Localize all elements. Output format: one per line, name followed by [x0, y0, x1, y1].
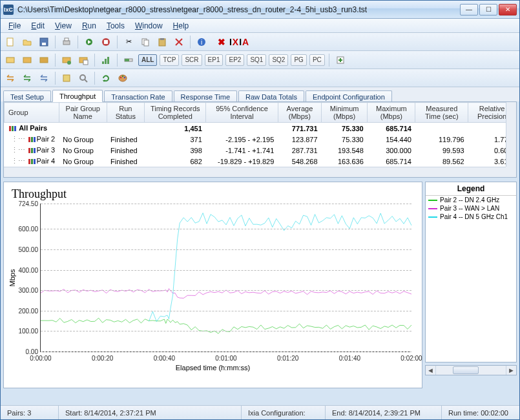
view-swap1-icon[interactable] — [3, 71, 17, 85]
svg-rect-2 — [42, 43, 46, 45]
filter-all-button[interactable]: ALL — [138, 54, 157, 66]
col-maximum[interactable]: Maximum (Mbps) — [368, 103, 415, 123]
new-icon[interactable] — [3, 35, 17, 49]
filter-pg-button[interactable]: PG — [291, 54, 306, 66]
menu-bar: File Edit View Run Tools Window Help — [1, 19, 519, 33]
delete-icon[interactable] — [172, 35, 186, 49]
legend-item[interactable]: Pair 4 -- DN 5 GHz Ch1 — [426, 213, 516, 221]
filter-ep2-button[interactable]: EP2 — [225, 54, 244, 66]
maximize-button[interactable]: ☐ — [479, 4, 497, 16]
run-icon[interactable] — [82, 35, 96, 49]
svg-rect-3 — [63, 41, 70, 45]
endpoint-edit-icon[interactable] — [59, 53, 74, 67]
view-swap2-icon[interactable] — [20, 71, 34, 85]
table-scrollbar-horizontal[interactable] — [4, 167, 506, 177]
col-confidence[interactable]: 95% Confidence Interval — [206, 103, 278, 123]
endpoint2-icon[interactable] — [20, 53, 34, 67]
stop-icon[interactable] — [99, 35, 113, 49]
x-tick-label: 0:01:20 — [277, 355, 298, 362]
menu-window[interactable]: Window — [130, 20, 168, 32]
svg-rect-10 — [144, 40, 149, 46]
results-table-wrap: Group Pair Group Name Run Status Timing … — [3, 101, 517, 178]
scroll-right-icon[interactable]: ► — [506, 366, 516, 375]
col-average[interactable]: Average (Mbps) — [278, 103, 321, 123]
menu-help[interactable]: Help — [168, 20, 194, 32]
sort-icon[interactable] — [59, 71, 74, 85]
status-pairs: Pairs: 3 — [1, 406, 59, 419]
open-icon[interactable] — [20, 35, 34, 49]
results-table: Group Pair Group Name Run Status Timing … — [4, 102, 516, 167]
endpoint3-icon[interactable] — [37, 53, 51, 67]
col-timing-records[interactable]: Timing Records Completed — [145, 103, 206, 123]
filter-scr-button[interactable]: SCR — [182, 54, 202, 66]
chart-title: Throughput — [12, 187, 417, 201]
status-start: Start: 8/14/2014, 2:37:21 PM — [59, 406, 242, 419]
x-tick-label: 0:00:40 — [154, 355, 175, 362]
tab-strip: Test Setup Throughput Transaction Rate R… — [1, 87, 519, 101]
endpoint1-icon[interactable] — [3, 53, 17, 67]
filter-pc-button[interactable]: PC — [309, 54, 325, 66]
cut-icon[interactable]: ✂ — [121, 35, 136, 49]
paste-icon[interactable] — [155, 35, 169, 49]
tab-endpoint-config[interactable]: Endpoint Configuration — [306, 90, 392, 102]
menu-view[interactable]: View — [50, 20, 77, 32]
menu-file[interactable]: File — [3, 20, 26, 32]
col-group[interactable]: Group — [5, 103, 59, 123]
pair-icon — [28, 158, 36, 165]
palette-icon[interactable] — [116, 71, 130, 85]
svg-text:i: i — [201, 39, 202, 46]
app-icon: IxC — [3, 5, 14, 15]
legend-scrollbar[interactable]: ◄ ► — [425, 365, 517, 375]
tab-throughput[interactable]: Throughput — [52, 90, 103, 102]
save-icon[interactable] — [37, 35, 51, 49]
y-tick-label: 200.00 — [10, 307, 38, 314]
legend-item[interactable]: Pair 2 -- DN 2.4 GHz — [426, 196, 516, 204]
chart-icon[interactable] — [99, 53, 113, 67]
endpoint-copy-icon[interactable] — [76, 53, 90, 67]
menu-tools[interactable]: Tools — [101, 20, 130, 32]
summary-label: All Pairs — [19, 124, 47, 132]
print-icon[interactable] — [59, 35, 74, 49]
scroll-thumb[interactable] — [453, 366, 479, 374]
copy-icon[interactable] — [138, 35, 152, 49]
table-row[interactable]: ⋮⋯Pair 2No GroupFinished371-2.195 - +2.1… — [5, 134, 516, 145]
filter-ep1-button[interactable]: EP1 — [205, 54, 224, 66]
filter-sq2-button[interactable]: SQ2 — [269, 54, 288, 66]
window-titlebar: IxC C:\Users\Tim\Desktop\netgear_r8000_s… — [1, 1, 519, 19]
menu-run[interactable]: Run — [77, 20, 101, 32]
tab-test-setup[interactable]: Test Setup — [3, 90, 51, 102]
chart-plot-area[interactable]: Mbps 724.50600.00500.00400.00300.00200.0… — [40, 204, 411, 352]
tab-raw-data-totals[interactable]: Raw Data Totals — [238, 90, 304, 102]
legend-title: Legend — [426, 182, 516, 196]
col-minimum[interactable]: Minimum (Mbps) — [322, 103, 368, 123]
view-swap3-icon[interactable] — [37, 71, 51, 85]
refresh-icon[interactable] — [99, 71, 113, 85]
table-scrollbar-vertical[interactable] — [506, 102, 516, 167]
scroll-left-icon[interactable]: ◄ — [426, 366, 436, 375]
close-button[interactable]: ✕ — [499, 4, 517, 16]
legend-swatch — [428, 216, 437, 218]
tab-response-time[interactable]: Response Time — [174, 90, 237, 102]
col-run-status[interactable]: Run Status — [107, 103, 145, 123]
y-tick-label: 0.00 — [10, 348, 38, 355]
col-measured-time[interactable]: Measured Time (sec) — [415, 103, 468, 123]
table-row[interactable]: ⋮⋯Pair 4No GroupFinished682-19.829 - +19… — [5, 156, 516, 167]
x-tick-label: 0:00:00 — [30, 355, 51, 362]
legend-item[interactable]: Pair 3 -- WAN > LAN — [426, 204, 516, 213]
summary-min: 75.330 — [322, 123, 368, 134]
menu-edit[interactable]: Edit — [26, 20, 50, 32]
tab-transaction-rate[interactable]: Transaction Rate — [104, 90, 172, 102]
table-row[interactable]: ⋮⋯Pair 3No GroupFinished398-1.741 - +1.7… — [5, 145, 516, 156]
col-pair-group[interactable]: Pair Group Name — [59, 103, 107, 123]
export-icon[interactable] — [333, 53, 348, 67]
info-icon[interactable]: i — [194, 35, 209, 49]
percent-icon[interactable] — [121, 53, 136, 67]
minimize-button[interactable]: — — [460, 4, 478, 16]
filter-sq1-button[interactable]: SQ1 — [247, 54, 266, 66]
table-row-summary[interactable]: All Pairs 1,451 771.731 75.330 685.714 — [5, 123, 516, 134]
find-icon[interactable] — [76, 71, 90, 85]
legend-swatch — [428, 208, 437, 209]
svg-rect-12 — [160, 38, 164, 40]
filter-tcp-button[interactable]: TCP — [160, 54, 179, 66]
pair-icon — [28, 147, 36, 154]
